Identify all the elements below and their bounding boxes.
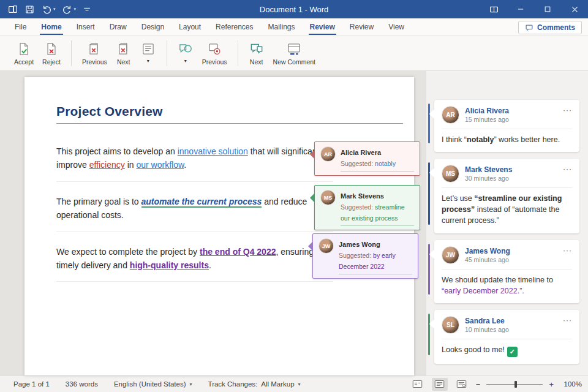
group-divider	[167, 40, 167, 66]
suggestion-callout-mark[interactable]: MS Mark Stevens Suggested: streamline ou…	[314, 185, 420, 230]
comment-author: Alicia Rivera	[465, 107, 557, 115]
autosave-icon[interactable]	[7, 4, 18, 15]
comment-body: Looks good to me!✓	[442, 344, 572, 357]
next-comment-button[interactable]: Next	[244, 40, 269, 67]
tab-view[interactable]: View	[381, 19, 412, 36]
read-mode-button[interactable]	[410, 378, 426, 391]
tracked-deletion[interactable]: efficiency	[89, 160, 125, 170]
zoom-slider-thumb[interactable]	[514, 381, 517, 388]
track-changes-selector[interactable]: Track Changes: All Markup ▾	[208, 380, 301, 388]
comments-group: Next New Comment	[241, 36, 323, 70]
zoom-out-button[interactable]: −	[476, 380, 481, 389]
avatar: AR	[442, 106, 459, 124]
heading-rule	[56, 123, 403, 124]
callout-author: Mark Stevens	[341, 192, 384, 200]
show-markup-button[interactable]: ▾	[173, 40, 198, 65]
tracked-insertion[interactable]: the end of Q4 2022	[200, 247, 276, 257]
previous-comment-button[interactable]: Previous	[198, 40, 232, 67]
more-options-icon[interactable]: ···	[563, 316, 572, 325]
avatar: AR	[320, 146, 336, 162]
avatar: JW	[318, 238, 334, 254]
previous-change-icon	[86, 41, 102, 57]
comments-button[interactable]: Comments	[518, 21, 582, 34]
redo-button[interactable]: ▾	[62, 4, 77, 15]
comment-card-sandra[interactable]: SL Sandra Lee 10 minutes ago ··· Looks g…	[434, 310, 579, 364]
tab-insert[interactable]: Insert	[69, 19, 102, 36]
comment-timestamp: 45 minutes ago	[465, 256, 557, 263]
more-options-icon[interactable]: ···	[563, 246, 572, 255]
show-markup-group: ▾ Previous	[170, 36, 235, 70]
comment-card-alicia[interactable]: AR Alicia Rivera 15 minutes ago ··· I th…	[434, 100, 579, 152]
new-comment-icon	[286, 41, 302, 57]
new-comment-button[interactable]: New Comment	[269, 40, 320, 67]
tab-design[interactable]: Design	[134, 19, 172, 36]
dropdown-caret-icon: ▾	[298, 382, 301, 387]
tracked-insertion[interactable]: our workflow	[136, 160, 184, 170]
next-comment-icon	[249, 41, 265, 57]
zoom-in-button[interactable]: +	[549, 380, 554, 389]
divider	[442, 129, 572, 129]
bubble-circle-icon	[178, 41, 194, 57]
more-options-icon[interactable]: ···	[563, 106, 572, 115]
comments-button-label: Comments	[537, 23, 575, 32]
accept-button[interactable]: Accept	[10, 40, 38, 67]
comment-timestamp: 30 minutes ago	[465, 175, 557, 182]
tab-home[interactable]: Home	[34, 19, 69, 36]
previous-change-button[interactable]: Previous	[78, 40, 111, 67]
comment-card-james[interactable]: JW James Wong 45 minutes ago ··· We shou…	[434, 240, 579, 303]
divider	[442, 339, 572, 339]
reject-button[interactable]: Reject	[38, 40, 65, 67]
tab-layout[interactable]: Layout	[172, 19, 208, 36]
tab-draw[interactable]: Draw	[102, 19, 134, 36]
tab-review[interactable]: Review	[303, 19, 342, 36]
undo-button[interactable]: ▾	[41, 4, 56, 15]
paragraph-3[interactable]: We expect to complete the project by the…	[56, 245, 333, 282]
dropdown-caret-icon: ▾	[190, 382, 192, 387]
close-button[interactable]	[561, 0, 588, 18]
comment-body: Let’s use “streamline our existing proce…	[442, 193, 572, 226]
paragraph-1[interactable]: This project aims to develop an innovati…	[56, 145, 333, 182]
zoom-level[interactable]: 100%	[560, 380, 582, 388]
document-page[interactable]: Project Overview This project aims to de…	[24, 77, 414, 375]
dropdown-caret-icon: ▾	[184, 58, 187, 64]
word-window: ▾ ▾ Document 1 - Word	[0, 0, 588, 392]
word-count[interactable]: 336 words	[66, 380, 98, 388]
next-change-button[interactable]: Next	[111, 40, 136, 67]
tab-file[interactable]: File	[7, 19, 34, 36]
avatar: SL	[442, 316, 459, 334]
tab-mailings[interactable]: Mailings	[260, 19, 302, 36]
titlebar: ▾ ▾ Document 1 - Word	[0, 0, 588, 18]
zoom-slider[interactable]	[486, 381, 543, 388]
page-indicator[interactable]: Page 1 of 1	[13, 380, 50, 388]
tracked-insertion[interactable]: high-quality results	[130, 260, 209, 270]
tracked-suggestion[interactable]: automate the current process	[141, 197, 262, 208]
markup-list-icon	[140, 41, 156, 57]
comments-panel: AR Alicia Rivera 15 minutes ago ··· I th…	[426, 71, 588, 375]
ribbon-tab-bar: File Home Insert Draw Design Layout Refe…	[0, 18, 588, 36]
print-layout-button[interactable]	[432, 378, 448, 391]
minimize-button[interactable]	[507, 0, 534, 18]
save-icon[interactable]	[24, 4, 35, 15]
comment-card-mark[interactable]: MS Mark Stevens 30 minutes ago ··· Let’s…	[434, 159, 579, 233]
web-layout-button[interactable]	[454, 378, 470, 391]
tracked-insertion[interactable]: innovative solution	[178, 146, 248, 156]
customize-toolbar-icon[interactable]	[82, 4, 92, 14]
redo-caret-icon[interactable]: ▾	[74, 7, 77, 12]
language-selector[interactable]: English (United States) ▾	[114, 380, 192, 388]
document-heading[interactable]: Project Overview	[56, 104, 414, 119]
reject-page-x-icon	[43, 41, 59, 57]
paragraph-2[interactable]: The primary goal is to automate the curr…	[56, 195, 333, 232]
ribbon-display-options-icon[interactable]	[480, 0, 507, 18]
comment-bubble-icon	[525, 23, 533, 32]
callout-author: James Wong	[339, 241, 380, 248]
maximize-button[interactable]	[534, 0, 561, 18]
suggestion-callout-james[interactable]: JW James Wong Suggested: by early Decemb…	[312, 233, 418, 279]
suggestion-callout-alicia[interactable]: AR Alicia Rivera Suggested: notably	[314, 141, 420, 176]
undo-caret-icon[interactable]: ▾	[53, 7, 56, 12]
tab-review-2[interactable]: Review	[342, 19, 381, 36]
markup-options-button[interactable]: ▾	[136, 40, 160, 65]
changes-nav-group: Previous Next ▾	[74, 36, 164, 70]
tab-references[interactable]: References	[208, 19, 260, 36]
window-controls	[480, 0, 588, 18]
more-options-icon[interactable]: ···	[563, 165, 572, 173]
